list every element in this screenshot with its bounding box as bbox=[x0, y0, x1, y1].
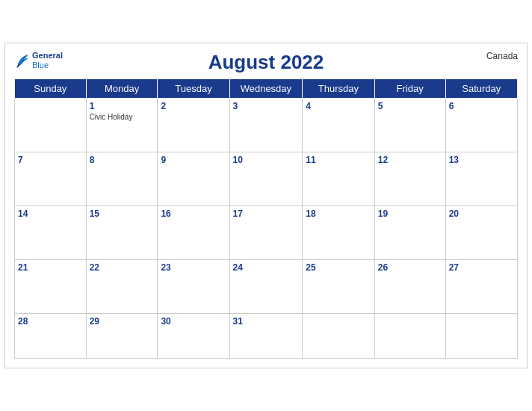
holiday-label: Civic Holiday bbox=[90, 113, 155, 121]
calendar-table: SundayMondayTuesdayWednesdayThursdayFrid… bbox=[14, 78, 518, 359]
calendar-container: General Blue August 2022 Canada SundayMo… bbox=[4, 43, 528, 368]
day-number: 31 bbox=[233, 316, 300, 327]
day-number: 23 bbox=[161, 262, 226, 273]
day-header-saturday: Saturday bbox=[445, 79, 517, 99]
logo-text: General Blue bbox=[32, 51, 63, 70]
calendar-header: General Blue August 2022 Canada bbox=[14, 51, 518, 74]
logo-general: General bbox=[32, 51, 63, 60]
day-number: 26 bbox=[378, 262, 442, 273]
calendar-cell: 9 bbox=[158, 152, 229, 206]
calendar-cell: 25 bbox=[303, 260, 374, 314]
day-number: 22 bbox=[90, 262, 155, 273]
day-number: 28 bbox=[18, 316, 83, 327]
calendar-cell bbox=[303, 314, 374, 359]
calendar-cell: 10 bbox=[229, 152, 303, 206]
calendar-cell: 3 bbox=[229, 99, 303, 152]
calendar-cell: 4 bbox=[303, 99, 374, 152]
calendar-cell: 22 bbox=[86, 260, 158, 314]
calendar-cell: 23 bbox=[158, 260, 229, 314]
calendar-cell: 24 bbox=[229, 260, 303, 314]
calendar-cell bbox=[374, 314, 445, 359]
calendar-cell: 26 bbox=[374, 260, 445, 314]
country-label: Canada bbox=[486, 51, 518, 61]
calendar-cell: 16 bbox=[158, 206, 229, 260]
calendar-cell: 8 bbox=[86, 152, 158, 206]
day-number: 1 bbox=[90, 101, 155, 111]
calendar-cell: 20 bbox=[445, 206, 517, 260]
day-number: 19 bbox=[378, 208, 442, 219]
calendar-cell: 12 bbox=[374, 152, 445, 206]
day-header-monday: Monday bbox=[86, 79, 158, 99]
calendar-cell: 21 bbox=[15, 260, 87, 314]
day-number: 7 bbox=[18, 155, 83, 165]
day-number: 4 bbox=[306, 101, 371, 111]
calendar-cell: 2 bbox=[158, 99, 229, 152]
calendar-cell: 18 bbox=[303, 206, 374, 260]
day-number: 6 bbox=[449, 101, 514, 111]
day-number: 9 bbox=[161, 155, 226, 165]
day-number: 21 bbox=[18, 262, 83, 273]
calendar-cell: 5 bbox=[374, 99, 445, 152]
day-number: 15 bbox=[90, 208, 155, 219]
calendar-cell: 7 bbox=[15, 152, 87, 206]
calendar-cell: 15 bbox=[86, 206, 158, 260]
calendar-cell: 31 bbox=[229, 314, 303, 359]
day-number: 18 bbox=[306, 208, 371, 219]
week-row-3: 14151617181920 bbox=[15, 206, 518, 260]
day-number: 5 bbox=[378, 101, 442, 111]
day-number: 16 bbox=[161, 208, 226, 219]
calendar-cell bbox=[445, 314, 517, 359]
week-row-1: 1Civic Holiday23456 bbox=[15, 99, 518, 152]
week-row-5: 28293031 bbox=[15, 314, 518, 359]
day-number: 8 bbox=[90, 155, 155, 165]
day-header-friday: Friday bbox=[374, 79, 445, 99]
week-row-2: 78910111213 bbox=[15, 152, 518, 206]
calendar-cell: 28 bbox=[15, 314, 87, 359]
calendar-cell: 27 bbox=[445, 260, 517, 314]
day-header-tuesday: Tuesday bbox=[158, 79, 229, 99]
day-number: 10 bbox=[233, 155, 300, 165]
calendar-cell: 30 bbox=[158, 314, 229, 359]
day-number: 24 bbox=[233, 262, 300, 273]
day-number: 17 bbox=[233, 208, 300, 219]
day-number: 25 bbox=[306, 262, 371, 273]
logo-area: General Blue bbox=[14, 51, 63, 70]
day-number: 27 bbox=[449, 262, 514, 273]
calendar-cell: 19 bbox=[374, 206, 445, 260]
day-header-wednesday: Wednesday bbox=[229, 79, 303, 99]
calendar-cell: 17 bbox=[229, 206, 303, 260]
day-header-thursday: Thursday bbox=[303, 79, 374, 99]
day-header-sunday: Sunday bbox=[15, 79, 87, 99]
calendar-cell: 6 bbox=[445, 99, 517, 152]
day-number: 29 bbox=[90, 316, 155, 327]
day-number: 30 bbox=[161, 316, 226, 327]
calendar-title: August 2022 bbox=[208, 51, 324, 74]
calendar-cell: 1Civic Holiday bbox=[86, 99, 158, 152]
day-number: 14 bbox=[18, 208, 83, 219]
calendar-cell: 14 bbox=[15, 206, 87, 260]
logo-blue: Blue bbox=[32, 61, 49, 69]
day-number: 11 bbox=[306, 155, 371, 165]
week-row-4: 21222324252627 bbox=[15, 260, 518, 314]
logo-icon bbox=[14, 52, 31, 69]
calendar-cell: 29 bbox=[86, 314, 158, 359]
day-number: 3 bbox=[233, 101, 300, 111]
day-number: 2 bbox=[161, 101, 226, 111]
calendar-cell: 11 bbox=[303, 152, 374, 206]
day-number: 20 bbox=[449, 208, 514, 219]
day-number: 13 bbox=[449, 155, 514, 165]
calendar-cell: 13 bbox=[445, 152, 517, 206]
calendar-cell bbox=[15, 99, 87, 152]
day-number: 12 bbox=[378, 155, 442, 165]
days-header-row: SundayMondayTuesdayWednesdayThursdayFrid… bbox=[15, 79, 518, 99]
